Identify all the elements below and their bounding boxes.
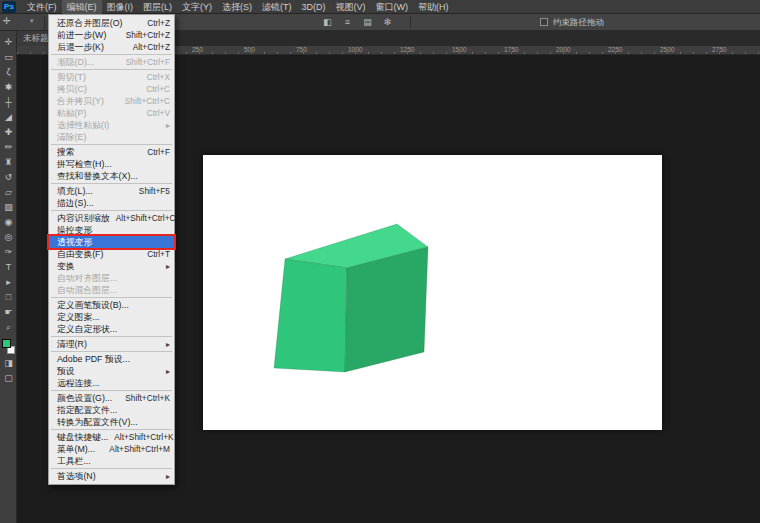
menu-item-label: 渐隐(D)... [57, 56, 94, 68]
menu-item-label: 透视变形 [57, 236, 92, 248]
menu-item-step-forward[interactable]: 前进一步(W)Shift+Ctrl+Z [49, 29, 174, 41]
menu-item-label: 选择性粘贴(I) [57, 119, 109, 131]
color-swatches[interactable] [0, 338, 17, 356]
menu-item-define-custom-shape[interactable]: 定义自定形状... [49, 323, 174, 335]
menubar-item-4[interactable]: 文字(Y) [177, 0, 217, 14]
menu-item-label: 定义自定形状... [57, 323, 117, 335]
preset-caret-icon[interactable]: ▾ [30, 17, 34, 25]
quick-mask-icon[interactable]: ◨ [0, 356, 17, 371]
menu-item-label: 菜单(M)... [57, 443, 95, 455]
ruler-label: 1250 [400, 46, 414, 54]
path-select-tool-icon[interactable]: ▸ [0, 275, 17, 290]
menu-item-adobe-pdf-presets[interactable]: Adobe PDF 预设... [49, 353, 174, 365]
eyedropper-tool-icon[interactable]: ◢ [0, 110, 17, 125]
move-tool-icon[interactable]: ✛ [0, 35, 17, 50]
menu-item-transform[interactable]: 变换▸ [49, 260, 174, 272]
menubar-item-7[interactable]: 3D(D) [297, 0, 331, 14]
menu-item-step-backward[interactable]: 后退一步(K)Alt+Ctrl+Z [49, 41, 174, 53]
menu-item-fill[interactable]: 填充(L)...Shift+F5 [49, 185, 174, 197]
menu-item-label: 自动对齐图层... [57, 272, 117, 284]
menu-item-label: 拼写检查(H)... [57, 158, 112, 170]
menu-item-find-replace[interactable]: 查找和替换文本(X)... [49, 170, 174, 182]
edit-menu-dropdown: 还原合并图层(O)Ctrl+Z前进一步(W)Shift+Ctrl+Z后退一步(K… [48, 14, 175, 485]
menu-item-undo-merge-layers[interactable]: 还原合并图层(O)Ctrl+Z [49, 17, 174, 29]
zoom-tool-icon[interactable]: ⌕ [0, 320, 17, 335]
hand-tool-icon[interactable]: ☛ [0, 305, 17, 320]
shape-tool-icon[interactable]: □ [0, 290, 17, 305]
tools-panel: ✛▭ζ✱┼◢✚✏♜↺▱▨◉◎✑T▸□☛⌕ ◨▢ [0, 31, 17, 523]
document-canvas[interactable] [203, 155, 662, 430]
dodge-tool-icon[interactable]: ◎ [0, 230, 17, 245]
menubar-item-1[interactable]: 编辑(E) [62, 0, 102, 14]
type-tool-icon[interactable]: T [0, 260, 17, 275]
menu-item-define-brush-preset[interactable]: 定义画笔预设(B)... [49, 299, 174, 311]
path-alignment-icon[interactable]: ≡ [340, 16, 355, 29]
menubar-item-8[interactable]: 视图(V) [331, 0, 371, 14]
menu-item-free-transform[interactable]: 自由变换(F)Ctrl+T [49, 248, 174, 260]
screen-mode-icon[interactable]: ▢ [0, 371, 17, 386]
menu-item-color-settings[interactable]: 颜色设置(G)...Shift+Ctrl+K [49, 392, 174, 404]
menu-item-label: 工具栏... [57, 455, 91, 467]
blur-tool-icon[interactable]: ◉ [0, 215, 17, 230]
menu-item-preferences[interactable]: 首选项(N)▸ [49, 470, 174, 482]
menu-item-content-aware-scale[interactable]: 内容识别缩放Alt+Shift+Ctrl+C [49, 212, 174, 224]
menubar-item-6[interactable]: 滤镜(T) [257, 0, 297, 14]
menu-item-shortcut: Shift+Ctrl+C [119, 96, 170, 106]
magic-wand-tool-icon[interactable]: ✱ [0, 80, 17, 95]
menu-item-purge[interactable]: 清理(R)▸ [49, 338, 174, 350]
menu-item-toolbar-settings[interactable]: 工具栏... [49, 455, 174, 467]
menu-item-label: 定义画笔预设(B)... [57, 299, 129, 311]
menu-item-puppet-warp[interactable]: 操控变形 [49, 224, 174, 236]
healing-brush-tool-icon[interactable]: ✚ [0, 125, 17, 140]
menubar-item-0[interactable]: 文件(F) [22, 0, 62, 14]
menu-item-shortcut: Ctrl+X [141, 72, 170, 82]
menubar-item-10[interactable]: 帮助(H) [413, 0, 454, 14]
menu-item-search[interactable]: 搜索Ctrl+F [49, 146, 174, 158]
submenu-arrow-icon: ▸ [166, 262, 170, 271]
menu-item-keyboard-shortcuts[interactable]: 键盘快捷键...Alt+Shift+Ctrl+K [49, 431, 174, 443]
menu-item-shortcut: Ctrl+T [141, 249, 170, 259]
menubar-item-5[interactable]: 选择(S) [217, 0, 257, 14]
menu-separator [51, 297, 172, 298]
history-brush-tool-icon[interactable]: ↺ [0, 170, 17, 185]
menu-item-assign-profile[interactable]: 指定配置文件... [49, 404, 174, 416]
path-arrange-icon[interactable]: ▤ [360, 16, 375, 29]
menu-item-shortcut: Ctrl+F [141, 147, 170, 157]
menu-item-label: 变换 [57, 260, 75, 272]
menu-item-clear: 清除(E) [49, 131, 174, 143]
ruler-label: 2500 [660, 46, 674, 54]
tool-preset-icon[interactable]: ✛ [3, 16, 11, 26]
menu-item-shortcut: Alt+Shift+Ctrl+C [110, 213, 176, 223]
menu-item-shortcut: Alt+Shift+Ctrl+M [103, 444, 170, 454]
menubar-item-9[interactable]: 窗口(W) [371, 0, 414, 14]
menubar-item-2[interactable]: 图像(I) [102, 0, 139, 14]
menu-item-check-spelling[interactable]: 拼写检查(H)... [49, 158, 174, 170]
menu-item-stroke[interactable]: 描边(S)... [49, 197, 174, 209]
menu-item-perspective-warp[interactable]: 透视变形 [49, 236, 174, 248]
ruler-label: 500 [244, 46, 255, 54]
crop-tool-icon[interactable]: ┼ [0, 95, 17, 110]
pen-tool-icon[interactable]: ✑ [0, 245, 17, 260]
menu-item-convert-to-profile[interactable]: 转换为配置文件(V)... [49, 416, 174, 428]
menu-item-define-pattern[interactable]: 定义图案... [49, 311, 174, 323]
menu-item-label: 描边(S)... [57, 197, 94, 209]
menu-item-menus[interactable]: 菜单(M)...Alt+Shift+Ctrl+M [49, 443, 174, 455]
path-operations-icon[interactable]: ◧ [320, 16, 335, 29]
constrain-path-checkbox[interactable] [540, 18, 548, 26]
clone-stamp-tool-icon[interactable]: ♜ [0, 155, 17, 170]
menu-item-presets[interactable]: 预设▸ [49, 365, 174, 377]
marquee-tool-icon[interactable]: ▭ [0, 50, 17, 65]
menubar-item-3[interactable]: 图层(L) [138, 0, 177, 14]
menu-item-remote-connections[interactable]: 远程连接... [49, 377, 174, 389]
ruler-label: 2750 [712, 46, 726, 54]
lasso-tool-icon[interactable]: ζ [0, 65, 17, 80]
foreground-color-swatch[interactable] [2, 339, 11, 348]
menu-item-shortcut: Ctrl+C [140, 84, 170, 94]
ruler-label: 1000 [348, 46, 362, 54]
menu-item-label: 查找和替换文本(X)... [57, 170, 138, 182]
settings-icon[interactable]: ✻ [380, 16, 395, 29]
eraser-tool-icon[interactable]: ▱ [0, 185, 17, 200]
brush-tool-icon[interactable]: ✏ [0, 140, 17, 155]
menu-item-shortcut: Ctrl+V [141, 108, 170, 118]
gradient-tool-icon[interactable]: ▨ [0, 200, 17, 215]
